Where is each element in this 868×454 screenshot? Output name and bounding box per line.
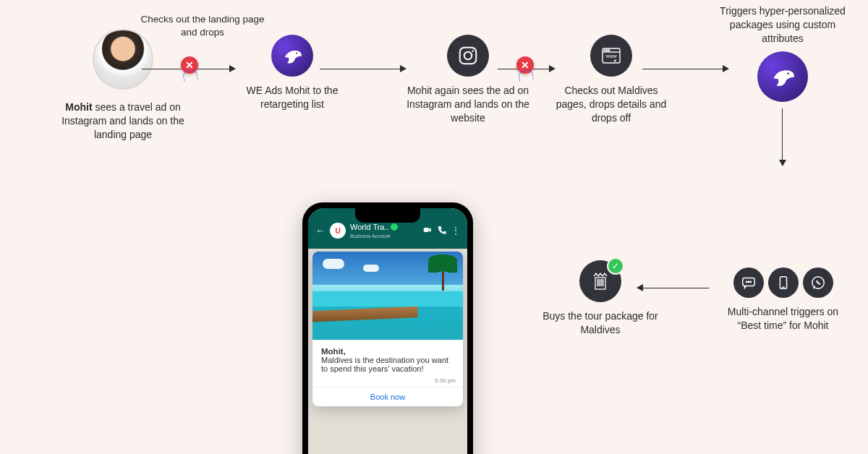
step-7-caption: Buys the tour package for Maldives (535, 309, 665, 337)
svg-point-2 (464, 52, 472, 60)
chat-icon (733, 267, 764, 298)
arrow-2-to-3 (320, 65, 407, 72)
arrow-5-down (782, 108, 783, 166)
whatsapp-phone-mockup: ← U World Tra.. Business Account ⋮ (302, 202, 473, 454)
message-hero-image (312, 252, 463, 340)
phone-notch (355, 208, 420, 223)
contact-title: World Tra.. Business Account (350, 223, 398, 239)
bird-icon (271, 35, 313, 77)
drop-off-badge-2: ✕ (516, 56, 534, 74)
voice-call-icon[interactable] (437, 225, 447, 237)
svg-point-7 (606, 50, 608, 51)
step-2: WE Ads Mohit to the retargeting list (227, 35, 357, 111)
video-call-icon[interactable] (422, 225, 433, 237)
step-6-caption: Multi-channel triggers on “Best time” fo… (716, 305, 850, 333)
step-2-caption: WE Ads Mohit to the retargeting list (227, 84, 357, 111)
step-4: WWW Checks out Maldives pages, drops det… (550, 35, 673, 125)
svg-rect-21 (597, 283, 600, 286)
svg-point-13 (748, 281, 749, 282)
channel-icons (716, 267, 850, 298)
svg-rect-1 (460, 48, 477, 64)
step-4-caption: Checks out Maldives pages, drops details… (550, 84, 673, 125)
drop-off-badge-1: ✕ (181, 56, 198, 74)
svg-rect-18 (595, 278, 605, 289)
svg-point-8 (608, 50, 610, 51)
whatsapp-icon (803, 267, 833, 298)
mobile-icon (768, 267, 799, 298)
step-1-caption: Mohit sees a travel ad on Instagram and … (54, 100, 192, 142)
step-1: Mohit sees a travel ad on Instagram and … (51, 29, 195, 142)
back-icon[interactable]: ← (315, 225, 326, 236)
step-7: ✓ Buys the tour package for Maldives (535, 260, 665, 337)
bird-icon-large (757, 51, 808, 102)
success-check-icon: ✓ (607, 257, 624, 275)
user-name: Mohit (65, 101, 92, 113)
verified-icon (391, 223, 398, 231)
svg-rect-22 (601, 283, 603, 286)
step-3-caption: Mohit again sees the ad on Instagram and… (399, 84, 537, 125)
step-5: Triggers hyper-personalized packages usi… (710, 4, 855, 102)
whatsapp-message-card: Mohit, Maldives is the destination you w… (312, 252, 463, 406)
menu-icon[interactable]: ⋮ (451, 226, 460, 236)
svg-point-14 (750, 281, 751, 282)
svg-point-10 (787, 72, 789, 74)
book-now-button[interactable]: Book now (312, 387, 463, 406)
svg-point-3 (472, 50, 474, 52)
svg-point-0 (296, 53, 297, 54)
svg-point-12 (746, 281, 746, 282)
svg-text:WWW: WWW (605, 54, 617, 59)
step-3: Mohit again sees the ad on Instagram and… (399, 35, 537, 125)
message-time: 5:30 pm (312, 377, 463, 387)
step-6: Multi-channel triggers on “Best time” fo… (716, 267, 850, 333)
contact-avatar: U (330, 223, 346, 239)
svg-rect-19 (597, 280, 600, 282)
svg-rect-20 (601, 280, 603, 282)
message-text: Mohit, Maldives is the destination you w… (312, 340, 463, 377)
step-5-caption: Triggers hyper-personalized packages usi… (710, 4, 855, 46)
instagram-icon (447, 35, 489, 77)
browser-icon: WWW (590, 35, 632, 77)
svg-point-6 (604, 50, 605, 51)
svg-rect-23 (424, 228, 429, 232)
